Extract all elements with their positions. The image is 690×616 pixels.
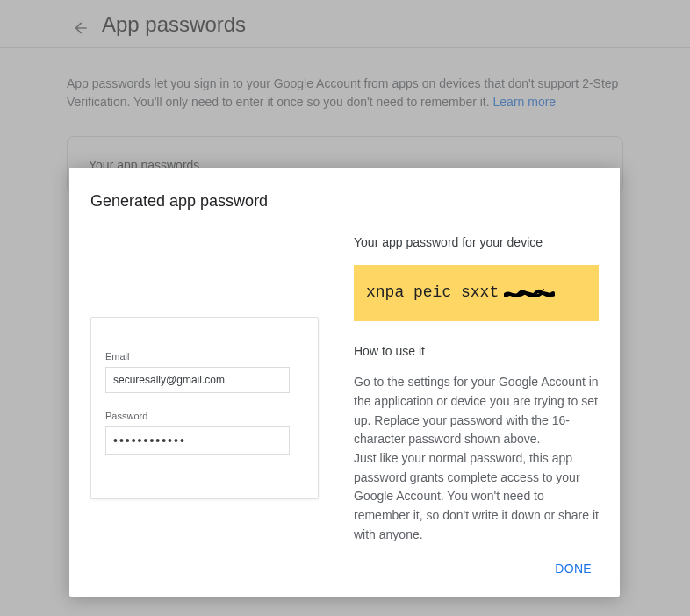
preview-password-label: Password (105, 411, 304, 421)
device-password-heading: Your app password for your device (354, 233, 599, 253)
preview-column: Email Password (90, 233, 319, 544)
preview-password-field (105, 426, 290, 455)
preview-email-field (105, 367, 290, 393)
modal-body: Email Password Your app password for you… (69, 233, 620, 544)
done-button[interactable]: DONE (548, 556, 599, 581)
generated-password-text: xnpa peic sxxt (366, 281, 499, 305)
generated-password-modal: Generated app password Email Password Yo… (69, 168, 620, 597)
svg-point-0 (538, 289, 540, 290)
generated-password-display: xnpa peic sxxt (354, 265, 599, 321)
login-preview-box: Email Password (90, 317, 319, 499)
preview-email-label: Email (105, 351, 304, 362)
info-column: Your app password for your device xnpa p… (354, 233, 599, 544)
modal-title: Generated app password (69, 192, 620, 211)
how-to-use-heading: How to use it (354, 342, 599, 362)
svg-point-1 (543, 289, 544, 290)
modal-actions: DONE (69, 544, 620, 581)
redacted-scribble-icon (504, 286, 555, 300)
how-to-use-text-1: Go to the settings for your Google Accou… (354, 373, 599, 449)
how-to-use-text-2: Just like your normal password, this app… (354, 449, 599, 544)
